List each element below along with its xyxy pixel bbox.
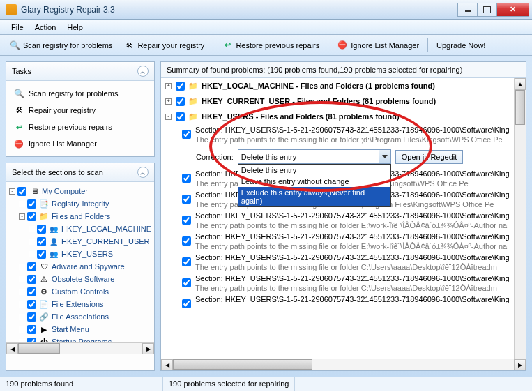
sections-tree[interactable]: -My ComputerRegistry Integrity-Files and…	[6, 182, 154, 342]
tree-node[interactable]: -My Computer	[9, 185, 151, 197]
correction-combo[interactable]: Delete this entryDelete this entryLeave …	[238, 149, 391, 164]
minimize-button[interactable]	[457, 3, 478, 17]
tree-node[interactable]: Custom Controls	[9, 285, 151, 298]
tree-checkbox[interactable]	[27, 262, 36, 271]
tree-checkbox[interactable]	[17, 187, 26, 196]
scroll-left-arrow[interactable]: ◀	[161, 359, 173, 370]
restore-icon	[222, 40, 233, 51]
ignore-button[interactable]: Ignore List Manager	[332, 37, 424, 54]
expand-icon[interactable]: +	[165, 98, 172, 105]
menu-file[interactable]: File	[6, 21, 29, 33]
tree-node[interactable]: -Files and Folders	[9, 210, 151, 223]
problem-item[interactable]: Section: HKEY_USERS\S-1-5-21-2906075743-…	[161, 124, 526, 145]
task-restore[interactable]: Restore previous repairs	[9, 119, 151, 135]
tree-node[interactable]: HKEY_USERS	[9, 248, 151, 260]
tree-checkbox[interactable]	[27, 275, 36, 284]
repair-button[interactable]: Repair your registry	[119, 37, 209, 54]
tree-checkbox[interactable]	[37, 225, 46, 234]
result-group[interactable]: -HKEY_USERS - Files and Folders (81 prob…	[161, 109, 526, 124]
scan-label: Scan registry for problems	[23, 41, 112, 50]
spacer	[19, 289, 25, 295]
tree-node[interactable]: HKEY_CURRENT_USER	[9, 235, 151, 248]
combo-option[interactable]: Delete this entry	[238, 165, 390, 176]
restore-button[interactable]: Restore previous repairs	[217, 37, 324, 54]
collapse-icon: ︽	[137, 167, 149, 178]
sections-header[interactable]: Select the sections to scan ︽	[6, 163, 154, 182]
tree-node[interactable]: Startup Programs	[9, 336, 151, 342]
scroll-thumb[interactable]	[173, 359, 312, 370]
item-checkbox[interactable]	[182, 195, 191, 204]
scroll-right-arrow[interactable]: ▶	[142, 343, 154, 354]
tree-checkbox[interactable]	[37, 237, 46, 246]
problem-item[interactable]: Section: HKEY_USERS\S-1-5-21-2906075743-…	[161, 273, 526, 294]
tree-label: Obsolete Software	[52, 275, 115, 283]
result-group[interactable]: +HKEY_CURRENT_USER - Files and Folders (…	[161, 93, 526, 109]
item-checkbox[interactable]	[182, 299, 191, 308]
collapse-icon[interactable]: -	[9, 188, 15, 195]
scroll-left-arrow[interactable]: ◀	[6, 343, 18, 354]
tree-checkbox[interactable]	[27, 300, 36, 309]
group-checkbox[interactable]	[176, 97, 185, 106]
tree-checkbox[interactable]	[27, 212, 36, 221]
problem-item[interactable]: Section: HKEY_USERS\S-1-5-21-2906075743-…	[161, 294, 526, 310]
tree-node[interactable]: File Associations	[9, 310, 151, 323]
tree-node[interactable]: File Extensions	[9, 298, 151, 310]
task-ignore[interactable]: Ignore List Manager	[9, 135, 151, 152]
problem-item[interactable]: Section: HKEY_USERS\S-1-5-21-2906075743-…	[161, 252, 526, 273]
tree-node[interactable]: Obsolete Software	[9, 273, 151, 285]
tasks-header[interactable]: Tasks ︽	[6, 62, 154, 81]
group-checkbox[interactable]	[176, 112, 185, 121]
collapse-icon[interactable]: -	[165, 114, 172, 120]
menu-help[interactable]: Help	[61, 21, 89, 33]
tree-label: Start Menu	[52, 325, 89, 333]
problem-item[interactable]: Section: HKEY_USERS\S-1-5-21-2906075743-…	[161, 231, 526, 252]
scroll-thumb[interactable]	[515, 90, 525, 125]
task-repair[interactable]: Repair your registry	[9, 102, 151, 119]
tree-label: Registry Integrity	[52, 199, 109, 208]
collapse-icon[interactable]: -	[19, 213, 25, 220]
upgrade-button[interactable]: Upgrade Now!	[432, 38, 490, 52]
combo-option[interactable]: Exclude this entry always(Never find aga…	[238, 187, 390, 206]
menu-action[interactable]: Action	[29, 21, 62, 33]
tree-label: Custom Controls	[52, 287, 109, 296]
scroll-up-arrow[interactable]: ▲	[515, 78, 526, 90]
task-label: Ignore List Manager	[29, 140, 97, 148]
item-checkbox[interactable]	[182, 174, 191, 183]
item-checkbox[interactable]	[182, 236, 191, 246]
item-checkbox[interactable]	[182, 130, 191, 139]
problem-list[interactable]: +HKEY_LOCAL_MACHINE - Files and Folders …	[161, 78, 526, 359]
tree-checkbox[interactable]	[27, 325, 36, 334]
maximize-button[interactable]	[477, 3, 497, 17]
item-description: The entry path points to the missing fil…	[195, 221, 522, 229]
vertical-scrollbar[interactable]: ▲	[514, 78, 526, 359]
close-button[interactable]	[496, 3, 529, 17]
tree-checkbox[interactable]	[27, 338, 36, 343]
tree-checkbox[interactable]	[37, 250, 46, 259]
tree-checkbox[interactable]	[27, 199, 36, 209]
scroll-thumb[interactable]	[18, 343, 60, 354]
open-regedit-button[interactable]: Open in Regedit	[395, 150, 464, 164]
tree-node[interactable]: Start Menu	[9, 323, 151, 336]
combo-option[interactable]: Leave this entry without change	[238, 176, 390, 187]
people-icon	[48, 223, 59, 234]
results-panel: Summary of found problems: (190 problems…	[160, 61, 526, 371]
item-checkbox[interactable]	[182, 278, 191, 287]
group-checkbox[interactable]	[176, 82, 185, 91]
tree-node[interactable]: Registry Integrity	[9, 197, 151, 210]
item-checkbox[interactable]	[182, 216, 191, 225]
result-group[interactable]: +HKEY_LOCAL_MACHINE - Files and Folders …	[161, 78, 526, 93]
tree-node[interactable]: Adware and Spyware	[9, 260, 151, 273]
scan-button[interactable]: Scan registry for problems	[4, 37, 117, 54]
tree-checkbox[interactable]	[27, 287, 36, 296]
item-section: Section: HKEY_USERS\S-1-5-21-2906075743-…	[195, 211, 522, 220]
item-checkbox[interactable]	[182, 257, 191, 266]
chevron-down-icon[interactable]	[379, 150, 390, 163]
tree-checkbox[interactable]	[27, 312, 36, 322]
scroll-right-arrow[interactable]: ▶	[514, 359, 526, 370]
tree-node[interactable]: HKEY_LOCAL_MACHINE	[9, 223, 151, 235]
expand-icon[interactable]: +	[165, 83, 172, 89]
problem-item[interactable]: Section: HKEY_USERS\S-1-5-21-2906075743-…	[161, 210, 526, 231]
horizontal-scrollbar[interactable]: ◀ ▶	[6, 342, 154, 354]
task-scan[interactable]: Scan registry for problems	[9, 85, 151, 102]
horizontal-scrollbar[interactable]: ◀ ▶	[161, 359, 526, 370]
